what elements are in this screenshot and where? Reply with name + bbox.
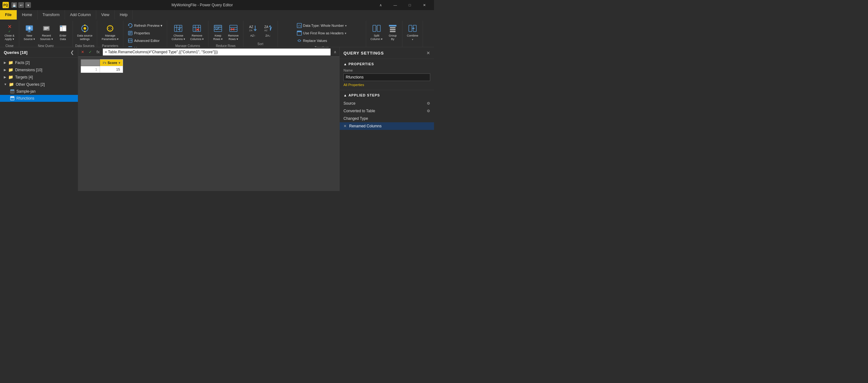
advanced-editor-label: Advanced Editor	[134, 39, 160, 42]
formula-input[interactable]	[103, 49, 331, 56]
data-source-settings-icon	[80, 23, 90, 33]
facts-chevron-icon: ▶	[4, 61, 6, 64]
tab-add-column[interactable]: Add Column	[65, 10, 96, 20]
sidebar-item-facts[interactable]: ▶ 📁 Facts [2]	[0, 59, 78, 66]
svg-rect-15	[84, 25, 86, 26]
manage-parameters-button[interactable]: ManageParameters ▾	[100, 22, 121, 42]
keep-rows-icon	[213, 23, 223, 33]
use-first-row-button[interactable]: Use First Row as Headers ▾	[295, 30, 348, 37]
close-group-content: ✕ ✓ Close &Apply ▾	[2, 21, 17, 43]
facts-label: Facts [2]	[15, 61, 30, 65]
tab-help[interactable]: Help	[115, 10, 133, 20]
tab-view[interactable]: View	[96, 10, 115, 20]
svg-rect-45	[214, 25, 222, 27]
keep-rows-button[interactable]: KeepRows ▾	[211, 22, 225, 42]
combine-label: Combine	[407, 34, 418, 37]
sidebar-item-rfunctions[interactable]: Rfunctions	[0, 95, 78, 102]
data-type-dropdown-icon: ▾	[345, 24, 347, 27]
split-column-button[interactable]: SplitColumn ▾	[369, 22, 385, 42]
dropdown-icon[interactable]: ▾	[25, 2, 31, 8]
sidebar-content: ▶ 📁 Facts [2] ▶ 📁 Dimensions [10] ▶ 📁 Ta…	[0, 58, 78, 191]
qs-header: QUERY SETTINGS ✕	[340, 47, 434, 59]
svg-text:AZ: AZ	[249, 25, 253, 29]
all-properties-link[interactable]: All Properties	[343, 83, 430, 87]
formula-cancel-icon: ✕	[81, 50, 84, 54]
step-source[interactable]: Source ⚙	[340, 100, 434, 107]
transform-content: 1²₃ Data Type: Whole Number ▾ Use First …	[295, 21, 348, 45]
window-controls[interactable]: ∧ — □ ✕	[373, 0, 432, 10]
formula-fx-label: fx	[95, 50, 101, 54]
refresh-preview-button[interactable]: Refresh Preview ▾	[126, 22, 164, 29]
qs-applied-steps-section: ▲ APPLIED STEPS	[340, 90, 434, 100]
sidebar-collapse-icon[interactable]: ❮	[70, 50, 74, 55]
tab-file[interactable]: File	[0, 10, 17, 20]
remove-columns-button[interactable]: RemoveColumns ▾	[188, 22, 206, 42]
sidebar-item-dimensions[interactable]: ▶ 📁 Dimensions [10]	[0, 66, 78, 73]
group-by-button[interactable]: GroupBy	[386, 22, 400, 42]
tab-transform[interactable]: Transform	[37, 10, 65, 20]
replace-values-button[interactable]: Replace Values	[295, 37, 329, 44]
manage-parameters-label: ManageParameters ▾	[101, 34, 119, 41]
recent-sources-label: RecentSources ▾	[40, 34, 53, 41]
manage-parameters-icon	[105, 23, 115, 33]
sidebar-item-targets[interactable]: ▶ 📁 Targets [4]	[0, 73, 78, 81]
save-icon[interactable]: 💾	[11, 2, 17, 8]
ribbon-group-split-group: SplitColumn ▾ GroupBy	[366, 21, 403, 47]
qs-close-button[interactable]: ✕	[427, 51, 430, 56]
sidebar-item-other-queries[interactable]: ▼ 📁 Other Queries [2]	[0, 81, 78, 88]
ribbon-group-sort: AZ ZA AZ↑ ZA AZ ZA↓	[244, 21, 278, 47]
sort-za-icon: ZA AZ	[263, 23, 273, 33]
properties-button[interactable]: Properties	[126, 30, 164, 37]
step-changed-type[interactable]: Changed Type	[340, 115, 434, 122]
data-source-settings-button[interactable]: Data sourcesettings	[75, 22, 95, 42]
svg-marker-69	[413, 27, 415, 29]
svg-rect-66	[409, 25, 412, 32]
recent-sources-button[interactable]: RecentSources ▾	[38, 22, 55, 42]
use-first-row-dropdown-icon: ▾	[345, 32, 346, 35]
remove-rows-label: RemoveRows ▾	[228, 34, 239, 41]
remove-rows-icon	[228, 23, 239, 33]
svg-rect-12	[60, 26, 62, 27]
enter-data-button[interactable]: EnterData	[56, 22, 70, 42]
sidebar-item-sample-jan[interactable]: Sample-jan	[0, 88, 78, 95]
close-window-button[interactable]: ✕	[417, 0, 432, 10]
formula-collapse-icon[interactable]: ∧	[332, 49, 338, 55]
undo-icon[interactable]: ↩	[18, 2, 24, 8]
new-source-button[interactable]: NewSource ▾	[22, 22, 37, 42]
qs-properties-title: ▲ PROPERTIES	[343, 62, 430, 66]
score-column-header[interactable]: 1²₃ Score ▾	[100, 60, 123, 66]
score-column-name: Score	[107, 61, 117, 65]
minimize-button[interactable]: —	[388, 0, 402, 10]
step-converted-gear-icon[interactable]: ⚙	[427, 109, 430, 113]
remove-rows-button[interactable]: RemoveRows ▾	[226, 22, 241, 42]
data-type-button[interactable]: 1²₃ Data Type: Whole Number ▾	[295, 22, 348, 29]
advanced-editor-button[interactable]: Advanced Editor	[126, 37, 164, 44]
sort-az-button[interactable]: AZ ZA AZ↑	[246, 22, 260, 39]
targets-label: Targets [4]	[15, 75, 33, 79]
close-apply-button[interactable]: ✕ ✓ Close &Apply ▾	[2, 22, 17, 42]
svg-rect-64	[390, 29, 396, 30]
step-converted-to-table[interactable]: Converted to Table ⚙	[340, 107, 434, 115]
score-dropdown-icon[interactable]: ▾	[119, 61, 120, 65]
app-logo: PQ	[2, 2, 9, 8]
combine-button[interactable]: Combine ▾	[405, 22, 420, 42]
targets-chevron-icon: ▶	[4, 75, 6, 79]
sample-jan-table-icon	[10, 89, 14, 94]
titlebar-quick-access[interactable]: 💾 ↩ ▾	[11, 2, 31, 8]
ribbon-group-manage-columns: ChooseColumns ▾ RemoveColumns ▾ Manage C…	[167, 21, 209, 47]
steps-collapse-icon: ▲	[343, 93, 347, 97]
svg-text:AZ: AZ	[264, 29, 268, 32]
formula-confirm-button[interactable]: ✓	[87, 49, 93, 55]
rfunctions-table-icon	[10, 96, 14, 101]
sort-za-button[interactable]: ZA AZ ZA↓	[261, 22, 275, 39]
window-title: MyWorkingFile - Power Query Editor	[33, 3, 371, 7]
tab-home[interactable]: Home	[17, 10, 37, 20]
formula-cancel-button[interactable]: ✕	[80, 49, 86, 55]
maximize-button[interactable]: □	[402, 0, 417, 10]
svg-text:1²₃: 1²₃	[298, 24, 301, 27]
choose-columns-button[interactable]: ChooseColumns ▾	[170, 22, 187, 42]
qs-name-input[interactable]	[343, 73, 430, 81]
step-renamed-columns[interactable]: ✕ Renamed Columns	[340, 122, 434, 130]
ribbon-collapse-icon[interactable]: ∧	[373, 0, 388, 10]
step-source-gear-icon[interactable]: ⚙	[427, 101, 430, 105]
